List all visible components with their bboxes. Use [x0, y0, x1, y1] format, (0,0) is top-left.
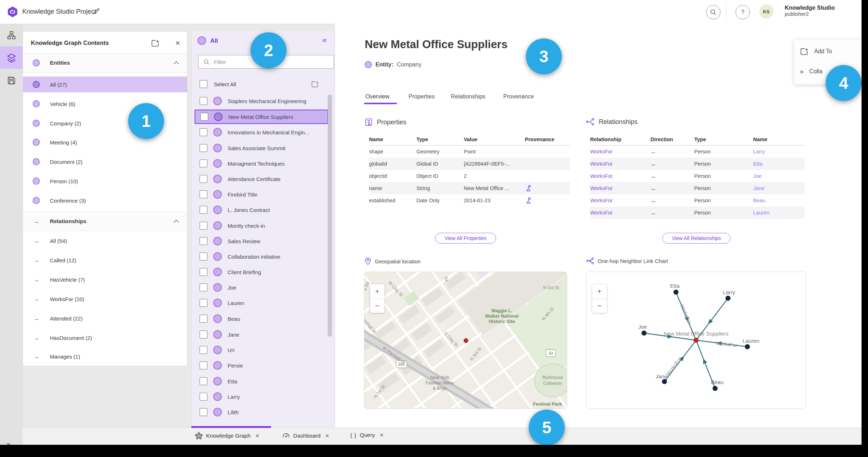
close-tab-icon[interactable]: ✕	[379, 432, 384, 438]
item-checkbox[interactable]	[200, 175, 207, 183]
item-checkbox[interactable]	[200, 113, 208, 121]
sidebar-item-entities-all[interactable]: All (27)	[23, 77, 187, 92]
layers-icon[interactable]	[0, 46, 23, 69]
list-item[interactable]: Client Briefing	[200, 266, 327, 278]
collapse-entities-icon[interactable]	[173, 61, 179, 65]
list-item[interactable]: Lilith	[200, 406, 327, 419]
entity-name-link[interactable]: Larry	[753, 146, 805, 158]
sidebar-item-attended[interactable]: → Attended (22)	[23, 310, 187, 326]
add-selected-icon[interactable]	[311, 80, 319, 88]
list-item[interactable]: Managment Techniques	[200, 157, 327, 170]
sidebar-item-document[interactable]: Document (2)	[23, 154, 187, 170]
list-item[interactable]: Collaboration initiative	[200, 250, 327, 263]
chart-zoom-out-button[interactable]: −	[592, 299, 607, 313]
relationship-link[interactable]: WorksFor	[590, 207, 650, 219]
sidebar-item-conference[interactable]: Conference (3)	[23, 193, 187, 208]
item-checkbox[interactable]	[200, 283, 207, 291]
tab-properties[interactable]: Properties	[409, 93, 435, 100]
provenance-flag-icon[interactable]	[525, 194, 570, 207]
list-item[interactable]: Beau	[200, 312, 327, 325]
close-tab-icon[interactable]: ✕	[255, 433, 260, 439]
sidebar-item-worksfor[interactable]: → WorksFor (10)	[23, 291, 187, 307]
one-hop-link-chart[interactable]: WorksFor WorksFor WorksFor Etta Larry Jo…	[586, 272, 806, 409]
item-checkbox[interactable]	[200, 253, 207, 260]
list-item[interactable]: Uri	[200, 343, 327, 356]
entity-name-link[interactable]: Joe	[753, 170, 805, 182]
entity-name-link[interactable]: Etta	[753, 158, 805, 170]
edit-title-pencil-icon[interactable]	[93, 7, 101, 15]
user-info[interactable]: Knowledge Studio publisher2	[785, 4, 835, 17]
item-checkbox[interactable]	[200, 237, 207, 245]
item-checkbox[interactable]	[200, 97, 207, 105]
search-icon[interactable]	[706, 5, 720, 19]
chart-zoom-in-button[interactable]: +	[592, 284, 607, 299]
sidebar-item-hasdocument[interactable]: → HasDocument (2)	[23, 330, 187, 346]
relationship-link[interactable]: WorksFor	[590, 158, 650, 170]
tab-dashboard[interactable]: Dashboard ✕	[282, 432, 330, 440]
list-item[interactable]: Sales Review	[200, 235, 327, 248]
list-item[interactable]: Larry	[200, 390, 327, 403]
tab-query[interactable]: { } Query ✕	[350, 432, 384, 438]
entity-name-link[interactable]: Beau	[753, 194, 805, 207]
relationships-group-header[interactable]: → Relationships	[23, 212, 187, 231]
schema-hierarchy-icon[interactable]	[0, 24, 23, 46]
list-item[interactable]: Attendance Certificate	[200, 172, 327, 185]
item-checkbox[interactable]	[200, 331, 207, 338]
list-item[interactable]: Staplers Mechanical Engineering	[200, 94, 327, 107]
tab-provenance[interactable]: Provenance	[503, 93, 534, 100]
view-all-relationships-button[interactable]: View All Relationships	[662, 233, 731, 244]
list-item[interactable]: Persie	[200, 359, 327, 372]
sidebar-item-manages[interactable]: → Manages (1)	[23, 348, 187, 364]
list-item[interactable]: Sales Associate Summit	[200, 142, 327, 154]
item-checkbox[interactable]	[200, 393, 207, 401]
item-checkbox[interactable]	[200, 144, 207, 152]
sidebar-item-rel-all[interactable]: → All (54)	[23, 233, 187, 249]
item-checkbox[interactable]	[200, 408, 207, 416]
item-checkbox[interactable]	[200, 268, 207, 276]
relationship-link[interactable]: WorksFor	[590, 170, 650, 182]
list-item-selected[interactable]: New Metal Office Suppliers	[195, 110, 328, 124]
sidebar-item-meeting[interactable]: Meeting (4)	[23, 134, 187, 150]
map-zoom-out-button[interactable]: −	[370, 299, 384, 313]
app-logo-icon[interactable]	[7, 6, 18, 18]
add-to-menu-item[interactable]: Add To	[794, 42, 863, 60]
help-icon[interactable]: ?	[736, 5, 750, 19]
close-tab-icon[interactable]: ✕	[325, 433, 330, 439]
list-item[interactable]: Etta	[200, 375, 327, 388]
avatar[interactable]: KS	[759, 4, 774, 19]
list-item[interactable]: Jane	[200, 328, 327, 341]
item-checkbox[interactable]	[200, 346, 207, 354]
item-checkbox[interactable]	[200, 377, 207, 385]
collapse-relationships-icon[interactable]	[173, 220, 179, 223]
entity-name-link[interactable]: Jane	[753, 182, 805, 194]
relationship-link[interactable]: WorksFor	[590, 194, 650, 207]
tab-knowledge-graph[interactable]: Knowledge Graph ✕	[195, 432, 260, 440]
geospatial-map[interactable]: 250 33 k Rd W Clay St Sa N 3rd St N 4th …	[364, 272, 567, 409]
relationship-link[interactable]: WorksFor	[590, 146, 650, 158]
tab-overview[interactable]: Overview	[365, 93, 389, 100]
list-scrollbar[interactable]	[328, 94, 332, 337]
list-item[interactable]: L. Jones Contract	[200, 203, 327, 216]
list-item[interactable]: Firebird Title	[200, 188, 327, 201]
list-item[interactable]: Innovations in Mechanical Engin...	[200, 126, 327, 139]
map-zoom-in-button[interactable]: +	[370, 284, 384, 299]
collapse-list-panel-icon[interactable]: «	[322, 36, 327, 45]
item-checkbox[interactable]	[200, 361, 207, 369]
item-checkbox[interactable]	[200, 206, 207, 214]
view-all-properties-button[interactable]: View All Properties	[435, 233, 496, 244]
save-icon[interactable]	[0, 69, 23, 92]
tab-relationships[interactable]: Relationships	[451, 93, 485, 100]
close-panel-icon[interactable]: ✕	[175, 40, 180, 47]
item-checkbox[interactable]	[200, 222, 207, 230]
provenance-flag-icon[interactable]	[525, 182, 570, 194]
list-item[interactable]: Montly check-in	[200, 219, 327, 232]
entity-name-link[interactable]: Lauren	[753, 207, 805, 219]
list-item[interactable]: Joe	[200, 281, 327, 294]
item-checkbox[interactable]	[200, 190, 207, 198]
sidebar-item-hasvehicle[interactable]: → HasVehicle (7)	[23, 272, 187, 287]
relationship-link[interactable]: WorksFor	[590, 182, 650, 194]
select-all-checkbox[interactable]	[200, 80, 207, 88]
item-checkbox[interactable]	[200, 315, 207, 323]
entities-group-header[interactable]: Entities	[23, 53, 187, 73]
item-checkbox[interactable]	[200, 128, 207, 136]
